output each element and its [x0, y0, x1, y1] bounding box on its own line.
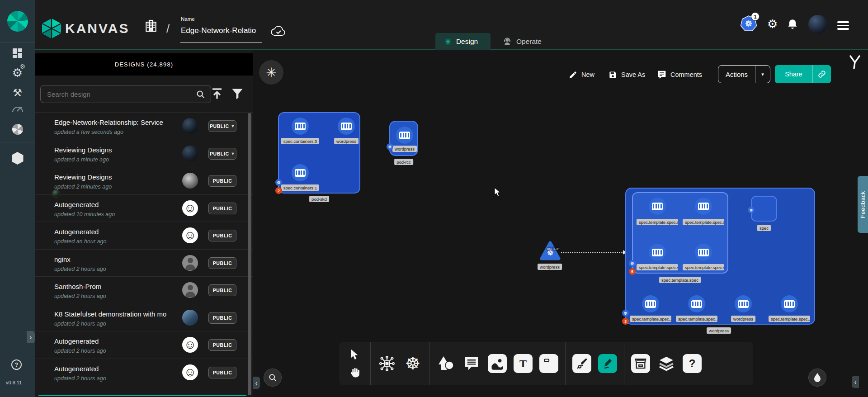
container-node[interactable] [396, 127, 413, 144]
user-avatar[interactable] [808, 15, 827, 34]
design-list-item[interactable]: Autogenerated updated 10 minutes ago ☺ P… [35, 194, 253, 222]
k8s-context-switcher[interactable]: ☸ 1 [740, 15, 759, 34]
annotation-comment-tool-icon[interactable] [462, 354, 481, 373]
design-list-item[interactable]: Reviewing Designs updated a minute ago P… [35, 140, 253, 167]
meshery-logo[interactable] [0, 0, 35, 43]
sidebar-item-performance[interactable] [0, 105, 35, 113]
select-tool-icon[interactable] [349, 349, 359, 360]
design-list-item[interactable]: K8 Statefulset demonstration with mo upd… [35, 304, 253, 331]
image-tool-icon[interactable] [488, 354, 507, 373]
help-button[interactable]: ? [11, 359, 22, 370]
container-node[interactable] [649, 244, 666, 261]
actions-button[interactable]: Actions ▾ [718, 65, 770, 83]
kubernetes-tool-icon[interactable]: ☸ [403, 354, 422, 373]
pan-tool-icon[interactable] [349, 367, 360, 378]
error-count-badge[interactable]: 3 [622, 318, 629, 325]
node-group-pod-template[interactable]: spec.template.spec.s... spec.template.sp… [632, 192, 728, 274]
node-spec[interactable]: ☸ [751, 196, 777, 222]
node-label: spec [757, 225, 771, 231]
design-name-input[interactable] [181, 26, 262, 35]
visibility-badge[interactable]: PUBLIC▼ [208, 148, 236, 160]
mouse-cursor [494, 187, 501, 197]
node-label: spec.containers.1 [281, 184, 319, 191]
design-list-item[interactable]: Autogenerated updated 2 hours ago ☺ PUBL… [35, 359, 253, 386]
container-node[interactable] [781, 295, 798, 312]
cloud-saved-icon [270, 24, 287, 38]
sidebar-item-lifecycle[interactable]: ⚙⚙ [0, 66, 35, 80]
container-node[interactable] [338, 118, 355, 135]
design-list-item[interactable]: Autogenerated updated an hour ago ☺ PUBL… [35, 222, 253, 249]
sidebar-item-dashboard[interactable] [0, 48, 35, 58]
help-tool-icon[interactable]: ? [683, 354, 702, 373]
actions-caret-icon[interactable]: ▾ [755, 71, 770, 77]
k8s-badge-icon[interactable]: ☸ [275, 179, 282, 186]
organization-icon[interactable] [144, 18, 158, 33]
container-node[interactable] [688, 295, 705, 312]
container-node[interactable] [642, 295, 659, 312]
tab-design[interactable]: ✳ Design [435, 33, 491, 50]
components-tool-icon[interactable] [377, 354, 396, 373]
notifications-bell-icon[interactable] [787, 18, 798, 31]
k8s-badge-icon[interactable]: ☸ [387, 143, 393, 150]
freehand-draw-tool-icon[interactable] [598, 354, 617, 373]
service-node[interactable]: ☸ [539, 241, 561, 261]
zoom-button[interactable] [264, 369, 282, 387]
group-label: pod-skd [309, 196, 329, 202]
recenter-button[interactable] [808, 369, 826, 387]
container-node[interactable] [649, 198, 666, 215]
validator-icon[interactable] [848, 55, 862, 72]
comments-button[interactable]: Comments [657, 70, 702, 80]
design-list-item[interactable]: nginx updated 2 hours ago PUBLIC [35, 249, 253, 276]
save-as-button[interactable]: Save As [609, 70, 645, 80]
copy-link-icon[interactable] [813, 70, 831, 78]
sticky-note-tool-icon[interactable] [539, 354, 558, 373]
sidebar-item-kanvas[interactable] [0, 152, 35, 165]
menu-hamburger-icon[interactable] [837, 19, 849, 32]
node-group-deployment[interactable]: spec.template.spec.s... spec.template.sp… [625, 188, 815, 325]
sidebar-item-extensions[interactable] [0, 124, 35, 135]
drawer-tool-icon[interactable] [631, 354, 650, 373]
collapse-right-handle[interactable]: ‹ [852, 376, 859, 388]
container-node[interactable] [292, 164, 309, 181]
k8s-badge-icon[interactable]: ☸ [629, 260, 636, 267]
error-count-badge[interactable]: 5 [629, 268, 636, 275]
shapes-tool-icon[interactable] [436, 354, 455, 373]
sidebar-item-configuration[interactable]: ⚒ [0, 87, 35, 99]
design-search-input[interactable] [46, 90, 196, 99]
filter-icon[interactable] [231, 87, 244, 100]
tab-operate[interactable]: Operate [494, 33, 551, 50]
design-canvas[interactable]: ✳ New Save As Comments Actions ▾ [253, 50, 868, 397]
settings-gear-icon[interactable]: ⚙ [767, 17, 778, 31]
visibility-badge[interactable]: PUBLIC▼ [208, 120, 236, 132]
design-author-avatar [182, 118, 198, 134]
share-button[interactable]: Share [775, 65, 831, 83]
nav-sidebar: ⚙⚙ ⚒ › ? v0.8.11 [0, 0, 35, 397]
design-list-item[interactable]: Reviewing Designs updated 2 minutes ago … [35, 167, 253, 194]
container-node[interactable] [735, 295, 752, 312]
design-list-item[interactable]: Edge-Network-Relationship: Service updat… [35, 112, 253, 139]
container-node[interactable] [292, 118, 309, 135]
import-design-icon[interactable] [210, 86, 224, 101]
k8s-badge-icon[interactable]: ☸ [622, 310, 629, 317]
collapse-panel-handle[interactable]: ‹ [253, 377, 260, 389]
sidebar-expand-handle[interactable]: › [27, 331, 35, 343]
design-list-item[interactable]: Autogenerated updated 2 hours ago ☺ PUBL… [35, 331, 253, 358]
node-group-pod-rcc[interactable]: wordpress ☸ [389, 121, 418, 156]
selected-row-indicator [38, 395, 246, 396]
chevron-down-icon: ▼ [231, 151, 236, 156]
container-node[interactable] [695, 244, 712, 261]
feedback-button[interactable]: Feedback [858, 176, 868, 233]
designs-scrollbar[interactable] [248, 113, 251, 395]
header: KANVAS / Name ✳ Design Operate [0, 0, 868, 50]
new-button[interactable]: New [569, 70, 594, 80]
node-group-pod-skd[interactable]: spec.containers.0 wordpress spec.contain… [278, 112, 360, 194]
text-tool-icon[interactable]: T [514, 354, 533, 373]
layers-tool-icon[interactable] [657, 354, 676, 373]
pen-tool-icon[interactable] [572, 354, 591, 373]
k8s-badge-icon[interactable]: ☸ [748, 207, 755, 213]
design-list-item[interactable]: Santhosh-Prom updated 2 hours ago PUBLIC [35, 276, 253, 303]
design-search[interactable] [40, 85, 211, 103]
container-node[interactable] [695, 198, 712, 215]
meshery-canvas-button[interactable]: ✳ [259, 60, 283, 85]
error-count-badge[interactable]: 2 [275, 187, 282, 194]
